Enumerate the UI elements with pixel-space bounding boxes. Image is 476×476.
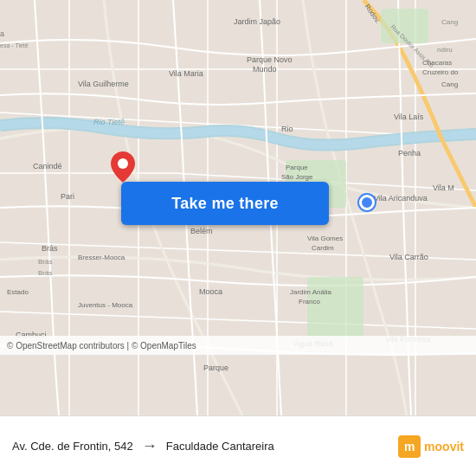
svg-text:Franco: Franco (299, 298, 320, 306)
svg-text:Canindé: Canindé (33, 162, 62, 170)
svg-text:Parque Novo: Parque Novo (247, 55, 293, 64)
svg-text:Vila Carrão: Vila Carrão (389, 253, 428, 261)
attribution-text: © OpenStreetMap contributors | © OpenMap… (7, 341, 196, 351)
svg-text:Juventus - Mooca: Juventus - Mooca (78, 301, 133, 309)
svg-text:Mooca: Mooca (199, 287, 222, 296)
svg-text:Cang: Cang (441, 18, 458, 26)
svg-text:Vila Maria: Vila Maria (169, 69, 203, 78)
svg-text:Brás: Brás (38, 258, 52, 266)
svg-text:Estado: Estado (7, 288, 29, 296)
svg-text:ndiru: ndiru (437, 46, 453, 54)
map-container: Jardim Japão Canindé Pari Brás Brás Brás… (0, 0, 476, 415)
svg-text:Vila Guilherme: Vila Guilherme (78, 80, 129, 88)
route-to: Faculdade Cantareira (166, 440, 274, 453)
destination-dot (359, 195, 375, 210)
svg-text:Rio: Rio (281, 125, 293, 133)
svg-text:Cang: Cang (441, 80, 458, 88)
svg-text:Parque: Parque (286, 164, 308, 171)
svg-text:Belém: Belém (190, 227, 213, 235)
moovit-icon: m (398, 435, 421, 458)
svg-text:Vila Aricanduva: Vila Aricanduva (374, 194, 428, 203)
moovit-logo: m moovit (398, 435, 464, 458)
origin-pin (111, 151, 135, 183)
svg-text:Penha: Penha (398, 149, 421, 158)
svg-text:Bresser-Mooca: Bresser-Mooca (78, 254, 125, 261)
svg-text:a: a (0, 29, 4, 38)
svg-text:Vila Laís: Vila Laís (394, 113, 424, 121)
moovit-text: moovit (424, 440, 464, 453)
svg-text:Jardim Japão: Jardim Japão (234, 17, 280, 26)
svg-text:Brás: Brás (38, 269, 52, 277)
bottom-bar: Av. Cde. de Frontin, 542 → Faculdade Can… (0, 415, 476, 476)
route-from: Av. Cde. de Frontin, 542 (12, 440, 133, 453)
svg-rect-14 (307, 277, 363, 338)
svg-text:Vila M: Vila M (433, 183, 454, 192)
svg-text:Vila Gomes: Vila Gomes (307, 235, 343, 242)
take-me-there-button[interactable]: Take me there (121, 182, 329, 225)
svg-text:Cruzeiro do: Cruzeiro do (422, 68, 459, 76)
svg-text:Mundo: Mundo (253, 65, 277, 74)
svg-text:Pari: Pari (61, 192, 74, 201)
svg-text:Rio Tietê: Rio Tietê (93, 118, 125, 126)
route-arrow: → (142, 437, 158, 455)
svg-point-58 (118, 158, 128, 169)
svg-text:Parque: Parque (203, 363, 228, 372)
svg-text:Jardim Anália: Jardim Anália (290, 288, 332, 296)
button-label: Take me there (171, 195, 279, 213)
svg-text:Brás: Brás (42, 244, 58, 253)
svg-text:Cardim: Cardim (312, 244, 334, 252)
map-attribution: © OpenStreetMap contributors | © OpenMap… (0, 336, 476, 355)
svg-text:São Jorge: São Jorge (281, 173, 313, 181)
svg-text:esa - Tietê: esa - Tietê (0, 42, 29, 48)
svg-text:Chacaras: Chacaras (422, 59, 452, 67)
